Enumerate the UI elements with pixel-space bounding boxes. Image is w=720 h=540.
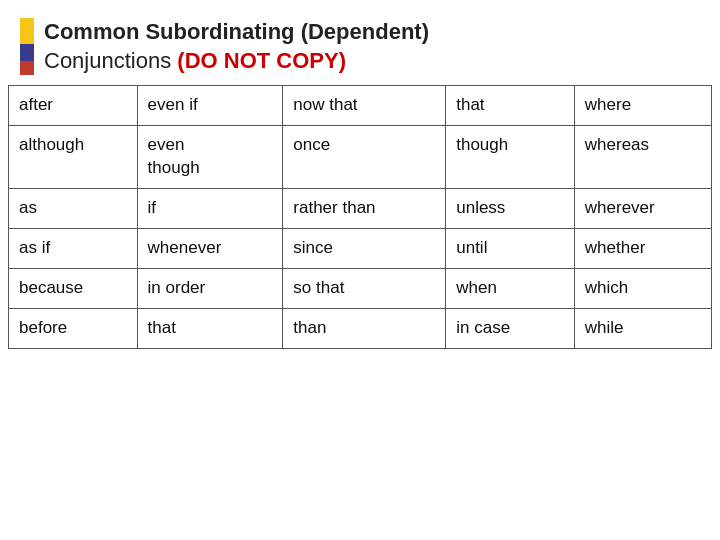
table-cell: even if [137,86,283,126]
blue-bar [20,44,34,75]
table-row: althougheventhoughoncethoughwhereas [9,126,712,189]
table-cell: although [9,126,138,189]
title-line2: Conjunctions (DO NOT COPY) [44,47,429,76]
page: Common Subordinating (Dependent) Conjunc… [0,0,720,540]
table-cell: as [9,189,138,229]
table-cell: unless [446,189,575,229]
table-cell: eventhough [137,126,283,189]
table-cell: after [9,86,138,126]
table-cell: that [137,308,283,348]
table-cell: in case [446,308,575,348]
table-row: becausein orderso thatwhenwhich [9,268,712,308]
table-cell: whether [574,228,711,268]
table-cell: before [9,308,138,348]
table-cell: once [283,126,446,189]
table-cell: whereas [574,126,711,189]
table-cell: if [137,189,283,229]
table-cell: that [446,86,575,126]
table-container: aftereven ifnow thatthatwherealthougheve… [0,85,720,540]
title-line1: Common Subordinating (Dependent) [44,18,429,47]
table-cell: wherever [574,189,711,229]
table-cell: so that [283,268,446,308]
table-cell: rather than [283,189,446,229]
title-prefix: Conjunctions [44,48,177,73]
header-area: Common Subordinating (Dependent) Conjunc… [0,0,720,85]
table-cell: in order [137,268,283,308]
table-cell: than [283,308,446,348]
table-cell: though [446,126,575,189]
table-cell: as if [9,228,138,268]
table-cell: because [9,268,138,308]
title-block: Common Subordinating (Dependent) Conjunc… [44,18,429,75]
table-cell: until [446,228,575,268]
table-row: asifrather thanunlesswherever [9,189,712,229]
table-row: aftereven ifnow thatthatwhere [9,86,712,126]
table-cell: since [283,228,446,268]
table-cell: while [574,308,711,348]
table-cell: now that [283,86,446,126]
color-bar [20,18,34,75]
table-row: beforethatthanin casewhile [9,308,712,348]
table-cell: which [574,268,711,308]
table-cell: when [446,268,575,308]
table-cell: where [574,86,711,126]
title-highlight: (DO NOT COPY) [177,48,346,73]
table-row: as ifwheneversinceuntilwhether [9,228,712,268]
yellow-bar [20,18,34,44]
red-accent-bar [20,61,34,75]
table-cell: whenever [137,228,283,268]
conjunctions-table: aftereven ifnow thatthatwherealthougheve… [8,85,712,349]
